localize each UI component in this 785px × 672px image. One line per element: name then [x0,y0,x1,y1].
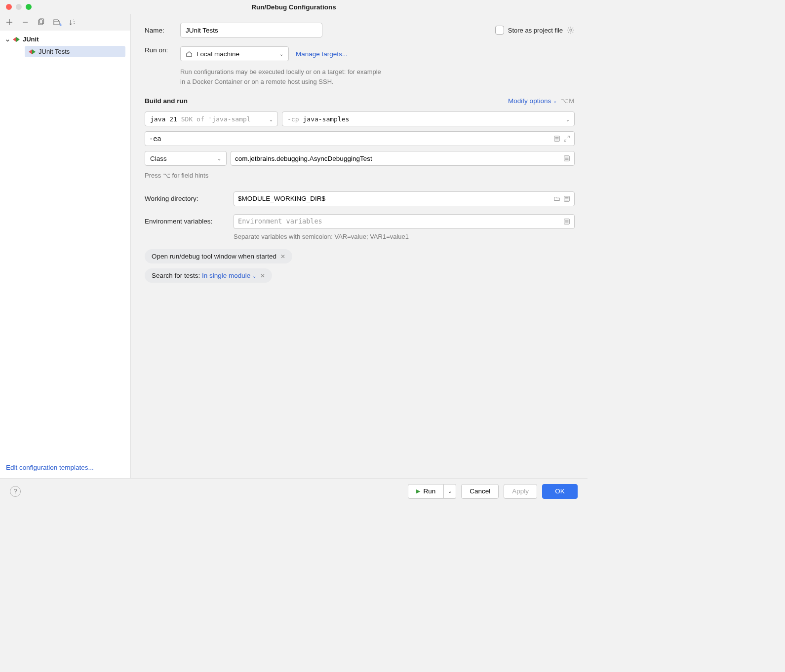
test-kind-select[interactable]: Class ⌄ [145,151,227,166]
add-configuration-button[interactable] [5,18,14,27]
option-pill-open-tool-window[interactable]: Open run/debug tool window when started … [145,249,292,263]
working-directory-input[interactable] [234,191,575,206]
run-on-select[interactable]: Local machine ⌄ [180,46,289,61]
junit-icon [29,49,36,54]
run-on-hint: Run configurations may be executed local… [180,67,388,86]
configuration-form: Name: Store as project file Run on: [131,14,588,478]
svg-point-2 [570,29,572,31]
modify-options-link[interactable]: Modify options ⌄ [508,97,557,105]
chevron-down-icon: ⌄ [5,36,10,43]
chevron-down-icon: ⌄ [279,51,283,57]
list-icon[interactable] [563,218,570,225]
list-icon[interactable] [553,135,560,142]
store-label: Store as project file [508,27,563,34]
copy-configuration-button[interactable] [37,18,45,27]
run-button[interactable]: ▶ Run [408,484,444,499]
expand-icon[interactable] [563,135,570,142]
chevron-down-icon: ⌄ [566,116,569,122]
store-as-project-file-checkbox[interactable] [495,26,504,35]
option-pill-search-tests[interactable]: Search for tests: In single module ⌄ ✕ [145,268,272,283]
junit-icon [13,37,20,42]
classpath-select[interactable]: -cp java-samples ⌄ [282,112,575,126]
config-category-junit[interactable]: ⌄ JUnit [2,34,128,45]
run-dropdown-button[interactable]: ⌄ [444,484,456,499]
name-input[interactable] [180,23,322,37]
chevron-down-icon: ⌄ [270,116,273,122]
dialog-footer: ? ▶ Run ⌄ Cancel Apply OK [0,478,588,504]
manage-targets-link[interactable]: Manage targets... [296,50,348,58]
vm-options-input[interactable] [145,131,575,146]
close-icon[interactable]: ✕ [280,253,285,260]
modify-options-shortcut: ⌥M [561,97,575,105]
gear-icon[interactable] [567,26,575,34]
config-item-junit-tests[interactable]: JUnit Tests [25,46,125,57]
config-item-label: JUnit Tests [39,48,70,55]
run-icon: ▶ [416,488,420,494]
help-button[interactable]: ? [10,486,21,497]
list-icon[interactable] [563,195,570,202]
titlebar: Run/Debug Configurations [0,0,588,14]
build-and-run-header: Build and run [145,97,188,105]
env-variables-input[interactable] [234,214,575,229]
save-template-button[interactable]: + [52,18,61,27]
test-class-input[interactable] [231,151,575,166]
window-title: Run/Debug Configurations [251,3,336,11]
folder-icon[interactable] [553,195,560,202]
remove-configuration-button[interactable] [21,18,30,27]
field-hints: Press ⌥ for field hints [145,171,575,181]
working-directory-label: Working directory: [145,195,227,202]
name-label: Name: [145,27,174,34]
list-icon[interactable] [563,155,570,162]
edit-templates-link[interactable]: Edit configuration templates... [6,464,94,471]
home-icon [186,50,193,57]
window-close-button[interactable] [6,4,12,10]
search-tests-dropdown[interactable]: In single module ⌄ [202,272,256,279]
cancel-button[interactable]: Cancel [461,484,499,499]
run-on-label: Run on: [145,46,174,54]
jdk-select[interactable]: java 21 SDK of 'java-sampl ⌄ [145,112,278,126]
window-minimize-button[interactable] [16,4,22,10]
env-variables-label: Environment variables: [145,218,227,225]
category-label: JUnit [23,36,39,43]
close-icon[interactable]: ✕ [260,272,265,279]
window-zoom-button[interactable] [26,4,32,10]
configurations-sidebar: + ⌄ JUnit JUnit Tests [0,14,131,478]
chevron-down-icon: ⌄ [217,156,221,161]
apply-button[interactable]: Apply [504,484,537,499]
sort-button[interactable] [68,18,77,27]
chevron-down-icon: ⌄ [553,98,557,104]
ok-button[interactable]: OK [542,484,578,499]
env-hint: Separate variables with semicolon: VAR=v… [234,232,575,242]
chevron-down-icon: ⌄ [448,488,452,494]
run-on-value: Local machine [196,50,239,58]
sidebar-toolbar: + [0,14,130,31]
